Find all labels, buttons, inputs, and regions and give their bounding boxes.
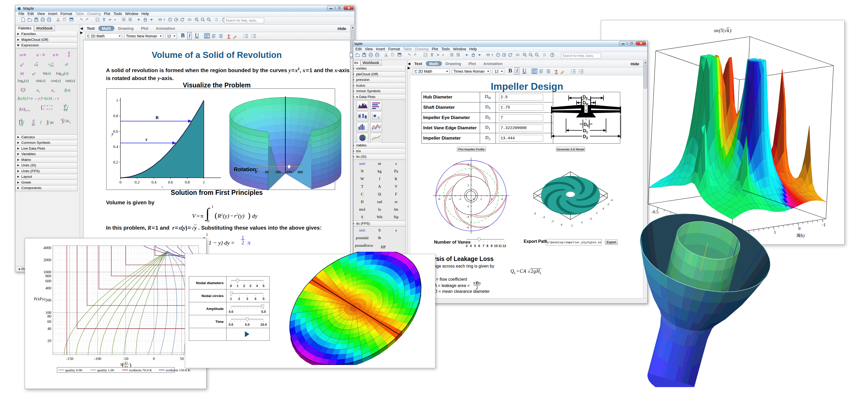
- svg-text:R: R: [155, 115, 159, 120]
- svg-text:•: •: [536, 53, 536, 56]
- svg-text:3: 3: [246, 297, 248, 301]
- svg-text:D2: D2: [583, 134, 588, 140]
- svg-text:≻: ≻: [436, 52, 440, 57]
- svg-text:quality 0.00: quality 0.00: [65, 368, 82, 372]
- svg-text:x: x: [161, 185, 163, 188]
- svg-text:T: T: [555, 69, 558, 74]
- svg-text:1: 1: [116, 98, 118, 103]
- svg-text:-4: -4: [467, 215, 469, 218]
- svg-text:0.8: 0.8: [185, 180, 190, 184]
- svg-text:90: 90: [265, 170, 269, 174]
- svg-text:4: 4: [468, 173, 469, 176]
- svg-text:•: •: [208, 18, 209, 21]
- svg-text:D1: D1: [583, 128, 588, 134]
- svg-text:1000: 1000: [43, 270, 51, 274]
- svg-text:4: 4: [255, 297, 256, 301]
- svg-text:50: 50: [180, 356, 184, 361]
- svg-text:-4: -4: [448, 197, 451, 200]
- svg-text:-4: -4: [610, 198, 613, 201]
- svg-text:0.0: 0.0: [229, 310, 233, 314]
- svg-text:!!!: !!!: [486, 53, 490, 57]
- svg-text:2: 2: [596, 211, 598, 215]
- svg-text:(: (: [122, 362, 124, 368]
- svg-text:7: 7: [483, 244, 485, 248]
- svg-text:3: 3: [250, 284, 251, 288]
- svg-text:3: 3: [466, 244, 468, 248]
- svg-text:-6: -6: [467, 226, 469, 229]
- svg-text:T: T: [227, 34, 230, 39]
- svg-text:T: T: [102, 17, 106, 22]
- svg-text:quality 1.00: quality 1.00: [97, 368, 114, 372]
- svg-text:0: 0: [230, 284, 232, 288]
- svg-text:-6: -6: [438, 197, 440, 200]
- svg-text:×: ×: [504, 53, 505, 56]
- svg-text:×: ×: [176, 18, 177, 21]
- svg-text:10: 10: [494, 244, 498, 248]
- svg-text:360: 360: [298, 170, 303, 174]
- svg-text:2000: 2000: [43, 258, 51, 262]
- svg-text:-4: -4: [542, 216, 545, 219]
- svg-text:1: 1: [230, 297, 232, 301]
- svg-text:600: 600: [45, 279, 52, 283]
- svg-text:4000: 4000: [43, 246, 51, 250]
- svg-text:5.0: 5.0: [245, 323, 249, 326]
- svg-text:270: 270: [286, 170, 292, 174]
- svg-text:?: ?: [552, 53, 553, 56]
- svg-text:8: 8: [487, 244, 489, 248]
- svg-text:0.2: 0.2: [113, 160, 118, 164]
- svg-text:-150: -150: [66, 356, 73, 361]
- svg-text:11: 11: [498, 244, 502, 248]
- svg-text:0.0: 0.0: [229, 323, 233, 326]
- svg-text:+: +: [196, 18, 197, 21]
- svg-text:-2: -2: [467, 205, 469, 208]
- svg-text:4: 4: [470, 244, 472, 248]
- svg-text:0: 0: [798, 226, 801, 231]
- svg-text:80: 80: [48, 314, 51, 318]
- svg-text:0.4: 0.4: [113, 145, 118, 149]
- svg-text:0: 0: [561, 223, 562, 226]
- svg-text:6: 6: [534, 212, 536, 215]
- svg-text:2: 2: [480, 197, 482, 200]
- svg-text:6: 6: [478, 244, 480, 248]
- svg-text:4: 4: [581, 221, 583, 224]
- svg-text:0.6: 0.6: [113, 129, 118, 134]
- svg-text:1: 1: [237, 284, 239, 288]
- svg-text:-1: -1: [822, 222, 826, 227]
- svg-text:isotherm 70.0 K: isotherm 70.0 K: [129, 368, 152, 372]
- svg-text:6: 6: [501, 197, 503, 200]
- svg-text:0: 0: [119, 180, 122, 184]
- svg-text:÷: ÷: [114, 18, 116, 22]
- svg-text:2: 2: [243, 284, 245, 288]
- svg-text:–: –: [530, 53, 531, 56]
- svg-text:0.4: 0.4: [152, 180, 156, 184]
- svg-text:-50: -50: [123, 356, 128, 361]
- svg-text:0: 0: [602, 207, 604, 210]
- svg-text:40: 40: [48, 326, 51, 331]
- svg-text:y: y: [111, 132, 114, 136]
- svg-text:0.8: 0.8: [113, 114, 118, 118]
- svg-text:-2: -2: [607, 202, 609, 206]
- svg-text:0: 0: [153, 356, 155, 361]
- svg-text:1: 1: [203, 180, 205, 184]
- svg-text:kJ: kJ: [125, 361, 128, 365]
- svg-text:P( kPa ): P( kPa ): [34, 297, 45, 301]
- svg-text:400: 400: [45, 286, 52, 290]
- svg-text:100: 100: [45, 311, 52, 315]
- svg-text:): ): [129, 362, 131, 368]
- svg-text:2: 2: [571, 224, 573, 227]
- svg-text:800: 800: [45, 274, 52, 278]
- svg-text:6: 6: [590, 217, 592, 220]
- svg-text:ℜ(k): ℜ(k): [796, 233, 805, 238]
- svg-text:≻: ≻: [108, 17, 112, 22]
- svg-text:0.6: 0.6: [168, 180, 173, 184]
- svg-text:!!!: !!!: [158, 18, 162, 22]
- svg-text:9: 9: [491, 244, 493, 248]
- svg-text:÷: ÷: [442, 53, 444, 57]
- svg-text:4: 4: [256, 284, 258, 288]
- svg-text:12: 12: [502, 244, 506, 248]
- svg-text:-2: -2: [551, 219, 554, 223]
- svg-text:!: !: [497, 53, 498, 56]
- svg-text:–: –: [202, 18, 203, 21]
- svg-text:r: r: [146, 137, 148, 142]
- svg-text:60: 60: [48, 319, 51, 324]
